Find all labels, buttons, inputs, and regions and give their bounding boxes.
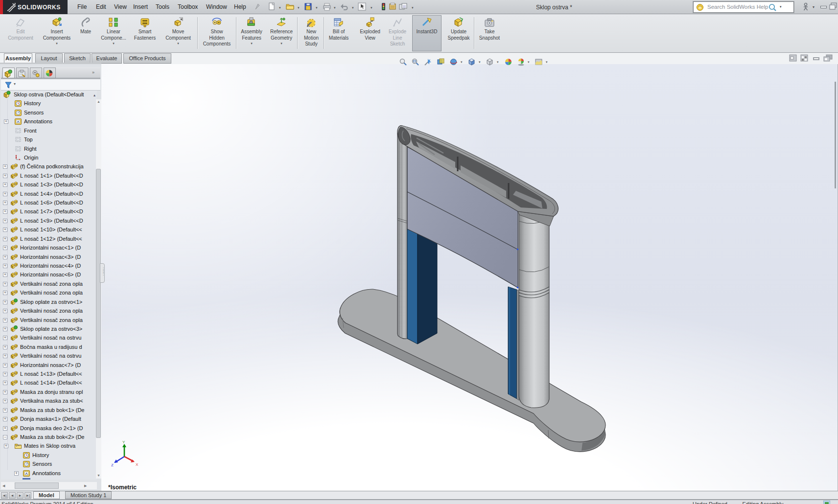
- svg-text:Y: Y: [122, 440, 125, 444]
- svg-text:X: X: [136, 462, 139, 467]
- svg-text:Z: Z: [111, 463, 114, 467]
